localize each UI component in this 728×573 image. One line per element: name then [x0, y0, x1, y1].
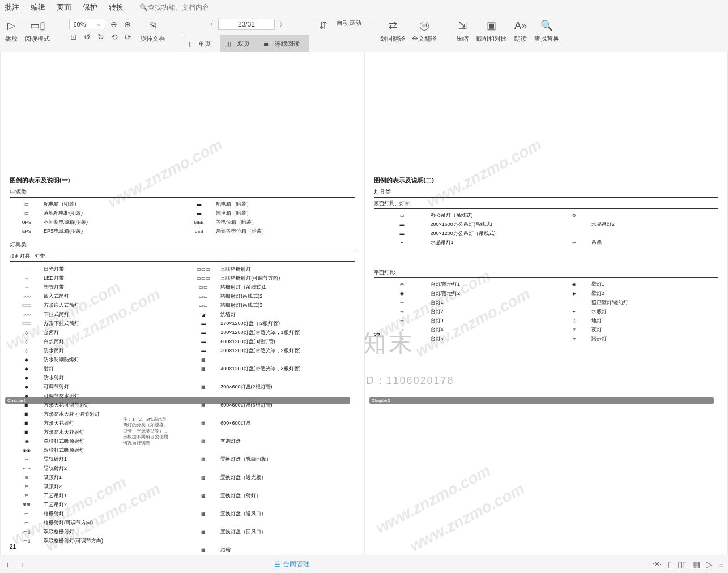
read-aloud-button[interactable]: A»朗读: [514, 19, 527, 43]
view-grid-icon[interactable]: ▦: [692, 559, 700, 570]
legend-label: 下挂式筒灯: [44, 311, 177, 318]
play-small-icon[interactable]: ▷: [706, 559, 713, 570]
search-input[interactable]: [148, 3, 239, 11]
single-page-button[interactable]: ▯ 单页: [184, 35, 220, 53]
search-icon: 🔍: [139, 3, 148, 11]
menu-annotate[interactable]: 批注: [5, 2, 19, 12]
legend-note: 注：1、2、3代表此类筒灯的分类（如规格、型号、光源类型等），应根据不同项目的使…: [123, 417, 168, 446]
legend-label: 工艺吊灯1: [44, 492, 177, 499]
symbol: ▣: [10, 403, 44, 408]
subsection-floor: 平面灯具:: [374, 269, 719, 276]
legend-label: 置换灯盘（回风口）: [220, 528, 354, 536]
legend-label: 洗墙灯: [220, 311, 354, 318]
legend-label: 办公吊灯（吊线式): [431, 212, 557, 219]
legend-label: 导轨射灯1: [44, 456, 177, 463]
continuous-button[interactable]: ≣ 连续阅读: [259, 35, 309, 53]
menu-page[interactable]: 页面: [57, 2, 71, 12]
document-viewport[interactable]: www.znzmo.com www.znzmo.com www.znzmo.co…: [0, 52, 728, 555]
menu-protect[interactable]: 保护: [83, 2, 97, 12]
symbol: ▶: [557, 291, 591, 296]
legend-label: 格栅射灯: [44, 510, 177, 518]
symbol: ⊞: [10, 484, 44, 489]
rotate-cw-icon[interactable]: ⟲: [109, 32, 120, 42]
screenshot-icon: ▣: [485, 19, 499, 32]
legend-label: 置换灯盘（射灯）: [220, 492, 354, 499]
symbol: LEB: [182, 229, 216, 234]
compress-icon: ⇲: [455, 19, 469, 32]
symbol: ○○○: [10, 294, 44, 299]
legend-label: 方形下挂式筒灯: [44, 320, 177, 327]
rotate-right-icon[interactable]: ↻: [96, 32, 106, 42]
symbol: ✢: [557, 240, 591, 245]
fit-width-icon[interactable]: ⊡: [69, 32, 79, 42]
compare-button[interactable]: ▣截图和对比: [476, 19, 507, 43]
symbol: ◇: [10, 339, 44, 344]
page-number: 21: [10, 544, 355, 550]
menu-edit[interactable]: 编辑: [31, 2, 45, 12]
zoom-in-button[interactable]: ⊕: [122, 19, 133, 29]
legend-label: 双联格栅射灯: [44, 528, 177, 536]
rotate-doc-icon: ⎘: [146, 19, 159, 32]
reflow-button[interactable]: ⇵: [316, 19, 330, 35]
menu-small-icon[interactable]: ≡: [718, 559, 723, 569]
legend-label: 200×1200办公吊灯（吊线式): [431, 230, 557, 237]
compress-button[interactable]: ⇲压缩: [455, 19, 469, 43]
readmode-button[interactable]: ▭▯阅读模式: [25, 19, 50, 43]
play-button[interactable]: ▷播放: [5, 19, 18, 43]
symbol: ◆: [10, 366, 44, 371]
contract-icon: ☰: [274, 561, 280, 568]
legend-label: 塑管灯带: [44, 284, 177, 291]
symbol: ⊸: [374, 300, 431, 305]
search-box[interactable]: 🔍: [139, 3, 239, 11]
prev-page-button[interactable]: 〈: [207, 20, 214, 29]
rotate-ccw-icon[interactable]: ⟳: [123, 32, 133, 42]
next-page-button[interactable]: 〉: [279, 20, 286, 29]
symbol: ▬: [182, 202, 216, 207]
legend-label: 白炽筒灯: [44, 338, 177, 345]
expand-right-icon[interactable]: ⊐: [15, 559, 25, 570]
symbol: ◆: [10, 357, 44, 362]
symbol: ⊛: [557, 213, 591, 218]
legend-label: 台灯2: [431, 308, 557, 315]
find-replace-button[interactable]: 🔍查找替换: [534, 19, 559, 43]
full-translate-button[interactable]: ㊥全文翻译: [412, 19, 437, 43]
legend-label: 金卤灯: [44, 329, 177, 336]
autoscroll-button[interactable]: 自动滚动: [337, 19, 361, 27]
eye-icon[interactable]: 👁: [653, 559, 662, 569]
legend-label: 防水射灯: [44, 374, 177, 382]
symbol: ◉: [10, 439, 44, 444]
symbol: ▦: [186, 475, 220, 480]
page-number-input[interactable]: 23/32: [218, 19, 275, 30]
phrase-translate-button[interactable]: ⇄划词翻译: [380, 19, 405, 43]
chevron-down-icon: ⌄: [96, 20, 101, 28]
symbol: ▬: [186, 330, 220, 335]
zoom-select[interactable]: 60%⌄: [69, 19, 105, 29]
menu-convert[interactable]: 转换: [109, 2, 124, 12]
legend-label: 三联格栅射灯: [220, 266, 354, 273]
rotate-doc-button[interactable]: ⎘旋转文档: [140, 19, 165, 43]
legend-label: 600×600灯盘: [220, 420, 354, 427]
double-page-button[interactable]: ▯▯ 双页: [220, 35, 259, 53]
expand-left-icon[interactable]: ⊏: [5, 559, 15, 570]
symbol: ┈: [10, 285, 44, 290]
symbol: ⊸: [374, 309, 431, 314]
legend-label: 600×1200灯盘(3根灯管): [220, 338, 354, 345]
view-double-icon[interactable]: ▯▯: [678, 559, 687, 570]
legend-label: 防水筒灯: [44, 347, 177, 354]
symbol: ▭▭: [186, 285, 220, 290]
legend-label: 300×1200灯盘(带透光罩，2根灯管): [220, 347, 354, 354]
symbol: ◉: [557, 282, 591, 287]
contract-link[interactable]: 合同管理: [283, 559, 310, 569]
symbol: ⊞: [10, 493, 44, 498]
legend-label: 300×600灯盘(2根灯管): [220, 383, 354, 391]
view-single-icon[interactable]: ▯: [667, 559, 672, 570]
watermark: www.znzmo.com: [105, 52, 363, 211]
symbol: EPS: [10, 229, 44, 234]
symbol: ◆: [10, 384, 44, 390]
symbol: □□□: [10, 303, 44, 308]
magnify-icon: 🔍: [540, 19, 554, 32]
symbol: ⊸: [374, 318, 431, 323]
subsection-ceiling: 顶面灯具、灯带:: [10, 253, 355, 260]
rotate-left-icon[interactable]: ↺: [82, 32, 92, 42]
zoom-out-button[interactable]: ⊖: [109, 19, 119, 29]
